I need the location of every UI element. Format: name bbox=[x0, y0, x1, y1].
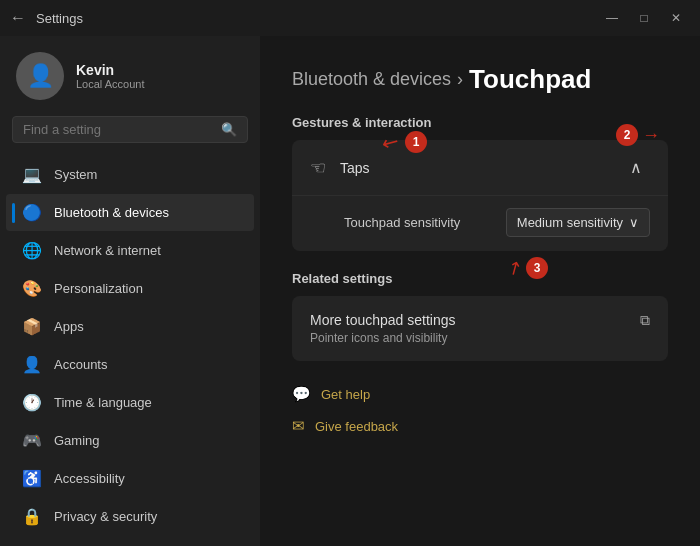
more-touchpad-title: More touchpad settings bbox=[310, 312, 456, 328]
sidebar-item-label: Time & language bbox=[54, 395, 152, 410]
back-button[interactable]: ← bbox=[10, 9, 26, 27]
breadcrumb: Bluetooth & devices › Touchpad bbox=[292, 64, 668, 95]
app-title: Settings bbox=[36, 11, 83, 26]
give-feedback-link[interactable]: ✉ Give feedback bbox=[292, 413, 668, 439]
related-section-title: Related settings bbox=[292, 271, 668, 286]
sidebar-item-network[interactable]: 🌐 Network & internet bbox=[6, 232, 254, 269]
breadcrumb-parent: Bluetooth & devices bbox=[292, 69, 451, 90]
accounts-icon: 👤 bbox=[22, 355, 42, 374]
sensitivity-label: Touchpad sensitivity bbox=[344, 215, 506, 230]
sensitivity-dropdown[interactable]: Medium sensitivity ∨ bbox=[506, 208, 650, 237]
external-link-icon: ⧉ bbox=[640, 312, 650, 329]
sidebar-item-label: Gaming bbox=[54, 433, 100, 448]
titlebar: ← Settings — □ ✕ bbox=[0, 0, 700, 36]
search-input[interactable] bbox=[23, 122, 221, 137]
get-help-label: Get help bbox=[321, 387, 370, 402]
taps-label: Taps bbox=[340, 160, 608, 176]
sidebar-item-label: Bluetooth & devices bbox=[54, 205, 169, 220]
sidebar-item-accessibility[interactable]: ♿ Accessibility bbox=[6, 460, 254, 497]
more-touchpad-card[interactable]: More touchpad settings Pointer icons and… bbox=[292, 296, 668, 361]
sidebar-item-bluetooth[interactable]: 🔵 Bluetooth & devices bbox=[6, 194, 254, 231]
sidebar-item-label: Apps bbox=[54, 319, 84, 334]
step1-badge: 1 bbox=[405, 131, 427, 153]
help-icon: 💬 bbox=[292, 385, 311, 403]
system-icon: 💻 bbox=[22, 165, 42, 184]
sidebar-item-label: Network & internet bbox=[54, 243, 161, 258]
avatar: 👤 bbox=[16, 52, 64, 100]
user-section[interactable]: 👤 Kevin Local Account bbox=[0, 36, 260, 112]
search-box[interactable]: 🔍 bbox=[12, 116, 248, 143]
taps-row[interactable]: ☜ Taps 2 → ∧ bbox=[292, 140, 668, 195]
dropdown-chevron-icon: ∨ bbox=[629, 215, 639, 230]
sidebar-item-accounts[interactable]: 👤 Accounts bbox=[6, 346, 254, 383]
sidebar-item-system[interactable]: 💻 System bbox=[6, 156, 254, 193]
page-title: Touchpad bbox=[469, 64, 591, 95]
sidebar-item-label: Accessibility bbox=[54, 471, 125, 486]
link-section: 💬 Get help ✉ Give feedback bbox=[292, 381, 668, 439]
sensitivity-row: ↗ 3 Touchpad sensitivity Medium sensitiv… bbox=[292, 195, 668, 251]
main-content: Bluetooth & devices › Touchpad Gestures … bbox=[260, 36, 700, 546]
taps-icon: ☜ bbox=[310, 157, 326, 179]
minimize-button[interactable]: — bbox=[598, 7, 626, 29]
sidebar-item-personalization[interactable]: 🎨 Personalization bbox=[6, 270, 254, 307]
apps-icon: 📦 bbox=[22, 317, 42, 336]
maximize-button[interactable]: □ bbox=[630, 7, 658, 29]
sidebar-item-time[interactable]: 🕐 Time & language bbox=[6, 384, 254, 421]
search-icon: 🔍 bbox=[221, 122, 237, 137]
nav-list: 💻 System 🔵 Bluetooth & devices 🌐 Network… bbox=[0, 151, 260, 546]
more-touchpad-subtitle: Pointer icons and visibility bbox=[310, 331, 456, 345]
sidebar-item-label: Accounts bbox=[54, 357, 107, 372]
privacy-icon: 🔒 bbox=[22, 507, 42, 526]
related-section: Related settings More touchpad settings … bbox=[292, 271, 668, 361]
feedback-icon: ✉ bbox=[292, 417, 305, 435]
personalization-icon: 🎨 bbox=[22, 279, 42, 298]
sidebar-item-label: Personalization bbox=[54, 281, 143, 296]
sidebar-item-windows-update[interactable]: 🔄 Windows Update bbox=[6, 536, 254, 546]
accessibility-icon: ♿ bbox=[22, 469, 42, 488]
time-icon: 🕐 bbox=[22, 393, 42, 412]
gestures-section-title: Gestures & interaction bbox=[292, 115, 668, 130]
sidebar-item-gaming[interactable]: 🎮 Gaming bbox=[6, 422, 254, 459]
sidebar-item-label: System bbox=[54, 167, 97, 182]
step2-badge: 2 bbox=[616, 124, 638, 146]
window-controls: — □ ✕ bbox=[598, 7, 690, 29]
sidebar-item-privacy[interactable]: 🔒 Privacy & security bbox=[6, 498, 254, 535]
give-feedback-label: Give feedback bbox=[315, 419, 398, 434]
breadcrumb-separator: › bbox=[457, 69, 463, 90]
step3-badge: 3 bbox=[526, 257, 548, 279]
gaming-icon: 🎮 bbox=[22, 431, 42, 450]
sidebar-item-label: Privacy & security bbox=[54, 509, 157, 524]
taps-expand-button[interactable]: ∧ bbox=[622, 154, 650, 181]
sidebar-item-apps[interactable]: 📦 Apps bbox=[6, 308, 254, 345]
user-name: Kevin bbox=[76, 62, 145, 78]
user-account-type: Local Account bbox=[76, 78, 145, 90]
get-help-link[interactable]: 💬 Get help bbox=[292, 381, 668, 407]
bluetooth-icon: 🔵 bbox=[22, 203, 42, 222]
taps-card: ↙ 1 ☜ Taps 2 → ∧ ↗ 3 bbox=[292, 140, 668, 251]
sensitivity-value: Medium sensitivity bbox=[517, 215, 623, 230]
network-icon: 🌐 bbox=[22, 241, 42, 260]
close-button[interactable]: ✕ bbox=[662, 7, 690, 29]
sidebar: 👤 Kevin Local Account 🔍 💻 System 🔵 Bluet… bbox=[0, 36, 260, 546]
